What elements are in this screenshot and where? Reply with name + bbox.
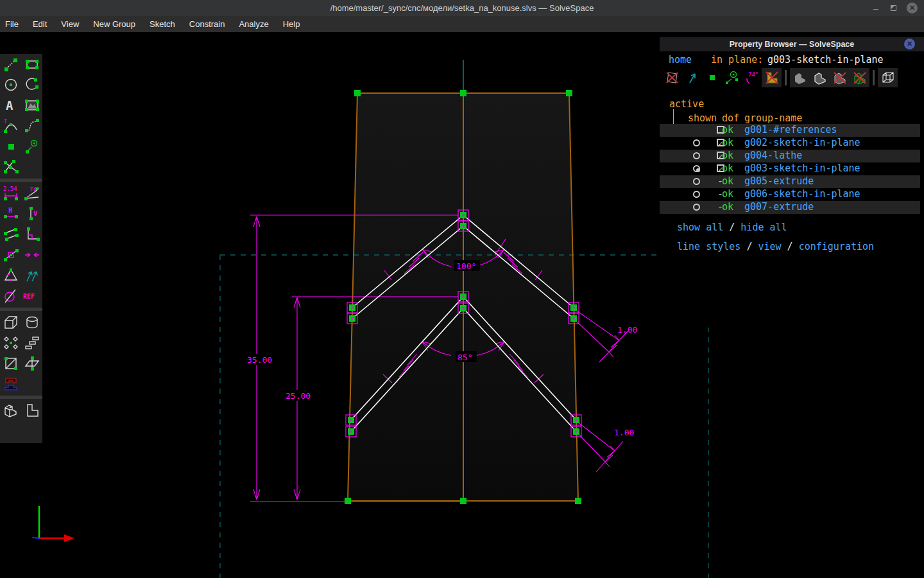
menu-constrain[interactable]: Constrain (182, 16, 232, 32)
gap-dim-1-label[interactable]: 1.00 (617, 325, 637, 335)
property-browser-titlebar[interactable]: Property Browser — SolveSpace ✕ (660, 37, 924, 51)
minimize-button[interactable]: – (871, 5, 880, 12)
point-tool[interactable] (0, 136, 21, 157)
vertical-tool[interactable]: V (21, 204, 42, 224)
text-tool[interactable]: A (0, 95, 21, 116)
parallel-tool[interactable] (0, 224, 21, 245)
split-curves-tool[interactable] (0, 157, 21, 177)
oriented-same-tool[interactable] (21, 265, 42, 286)
rotate-copy-tool[interactable] (0, 333, 21, 353)
maximize-button[interactable] (891, 5, 896, 11)
table-row: ✓ ok g003-sketch-in-plane (660, 162, 924, 175)
angle-85-label[interactable]: 85° (458, 353, 472, 362)
outlines-toggle-icon[interactable] (830, 68, 850, 87)
workplane-tool[interactable] (21, 353, 42, 374)
angle-tool[interactable]: 74° (21, 183, 42, 204)
active-column-label: active (669, 98, 704, 110)
workplanes-toggle-icon[interactable] (662, 68, 682, 87)
active-radio[interactable] (693, 139, 700, 146)
circle-tool[interactable] (0, 74, 21, 95)
reference-dim-tool[interactable]: REF (21, 286, 42, 306)
faces-toggle-icon[interactable] (762, 68, 782, 87)
active-radio[interactable] (693, 191, 700, 198)
col-dof: dof (722, 112, 739, 124)
group-link[interactable]: g002-sketch-in-plane (744, 137, 860, 148)
close-button[interactable]: ✕ (907, 3, 918, 13)
point-on-element-tool[interactable] (0, 245, 21, 265)
group-link[interactable]: g006-sketch-in-plane (744, 188, 860, 200)
configuration-link[interactable]: configuration (799, 241, 874, 252)
in-plane-value[interactable]: g003-sketch-in-plane (767, 54, 884, 66)
normals-toggle-icon[interactable] (682, 68, 702, 87)
menu-help[interactable]: Help (276, 16, 307, 32)
perpendicular-tool[interactable] (21, 224, 42, 245)
group-link[interactable]: g003-sketch-in-plane (744, 162, 860, 174)
sketch-point-center (350, 419, 352, 421)
menu-file[interactable]: File (0, 16, 26, 32)
link-tool[interactable] (0, 353, 21, 374)
active-radio[interactable] (693, 204, 700, 211)
sketch-point-center (573, 307, 575, 309)
mesh-toggle-icon[interactable] (850, 68, 869, 87)
menu-analyze[interactable]: Analyze (232, 16, 275, 32)
ortho-view-tool[interactable] (21, 400, 42, 421)
construction-tool[interactable] (21, 136, 42, 157)
menu-new-group[interactable]: New Group (86, 16, 142, 32)
constraints-toggle-icon[interactable]: 74° (742, 68, 762, 87)
menu-view[interactable]: View (54, 16, 86, 32)
bezier-tool[interactable] (21, 116, 42, 136)
assemble-tool[interactable] (0, 374, 21, 394)
rectangle-tool[interactable] (21, 54, 42, 74)
sketch-point-center (573, 318, 575, 320)
col-group-name: group-name (744, 112, 802, 124)
occluded-lines-toggle-icon[interactable] (878, 68, 898, 87)
horizontal-tool[interactable]: H (0, 204, 21, 224)
dof-status: ok (722, 175, 733, 187)
x-axis-arrowhead (64, 534, 74, 542)
menu-bar: File Edit View New Group Sketch Constrai… (0, 16, 924, 32)
distance-tool[interactable]: 2.54 (0, 183, 21, 204)
menu-edit[interactable]: Edit (26, 16, 54, 32)
dim-35-label[interactable]: 35.00 (247, 355, 272, 365)
svg-text:H: H (8, 207, 12, 214)
lathe-tool[interactable] (21, 312, 42, 333)
shaded-toggle-icon[interactable] (790, 68, 810, 87)
group-link[interactable]: g005-extrude (744, 175, 814, 187)
translate-copy-tool[interactable] (21, 333, 42, 353)
symmetric-tool[interactable] (21, 245, 42, 265)
points-toggle-icon[interactable] (702, 68, 722, 87)
active-radio[interactable] (693, 178, 700, 185)
dim-25-label[interactable]: 25.00 (286, 391, 311, 401)
view-link[interactable]: view (758, 241, 781, 252)
equal-tool[interactable] (0, 265, 21, 286)
image-tool[interactable] (21, 95, 42, 116)
group-link[interactable]: g001-#references (744, 124, 837, 136)
group-link[interactable]: g004-lathe (744, 150, 802, 161)
property-browser-close-icon[interactable]: ✕ (904, 39, 915, 49)
menu-sketch[interactable]: Sketch (142, 16, 182, 32)
home-link[interactable]: home (669, 54, 692, 66)
sketch-point-center (352, 307, 354, 309)
edges-toggle-icon[interactable] (810, 68, 830, 87)
arc-tool[interactable] (21, 74, 42, 95)
group-link[interactable]: g007-extrude (744, 201, 814, 213)
gap-dim-2-label[interactable]: 1.00 (614, 428, 634, 437)
active-radio-selected[interactable] (693, 165, 700, 172)
construction-toggle-icon[interactable] (722, 68, 742, 87)
property-browser-nav: home in plane: g003-sketch-in-plane (660, 54, 924, 66)
extrude-tool[interactable] (0, 312, 21, 333)
line-styles-link[interactable]: line styles (677, 241, 740, 252)
sketch-point-center (463, 225, 465, 227)
dof-status: ok (722, 188, 733, 200)
show-all-link[interactable]: show all (677, 222, 723, 233)
hide-all-link[interactable]: hide all (740, 222, 787, 233)
dof-status: ok (722, 137, 733, 148)
tangent-arc-tool[interactable]: T (0, 116, 21, 136)
iso-view-tool[interactable] (0, 400, 21, 421)
supplementary-angle-tool[interactable] (0, 286, 21, 306)
active-radio[interactable] (693, 152, 700, 159)
angle-100-label[interactable]: 100° (456, 261, 476, 271)
sketch-point-center (350, 431, 352, 433)
line-tool[interactable] (0, 54, 21, 74)
z-axis (32, 538, 39, 538)
